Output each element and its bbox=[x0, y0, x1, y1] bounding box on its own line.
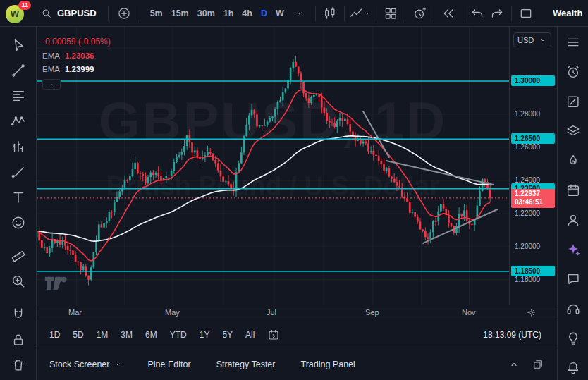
range-1Y[interactable]: 1Y bbox=[194, 327, 216, 343]
tab-strategy-tester[interactable]: Strategy Tester bbox=[216, 360, 276, 369]
price-axis[interactable]: USD 1.280001.260001.240001.220001.200001… bbox=[509, 27, 557, 305]
range-1M[interactable]: 1M bbox=[91, 327, 114, 343]
interval-4h[interactable]: 4h bbox=[238, 4, 257, 23]
panel-bulb[interactable] bbox=[563, 329, 584, 348]
interval-W[interactable]: W bbox=[271, 4, 288, 23]
tool-brush[interactable] bbox=[6, 162, 30, 182]
app-logo[interactable]: W 11 bbox=[6, 3, 27, 24]
chart-style-button[interactable] bbox=[349, 4, 372, 23]
lock-icon bbox=[11, 332, 26, 348]
undo-button[interactable] bbox=[467, 4, 487, 23]
toolbar-separator bbox=[405, 6, 405, 21]
interval-1h[interactable]: 1h bbox=[219, 4, 238, 23]
range-5D[interactable]: 5D bbox=[67, 327, 89, 343]
profile-icon bbox=[565, 212, 581, 228]
range-6M[interactable]: 6M bbox=[140, 327, 163, 343]
tool-measure[interactable] bbox=[6, 246, 30, 266]
panel-layers[interactable] bbox=[563, 121, 584, 141]
interval-30m[interactable]: 30m bbox=[193, 4, 219, 23]
level-price-label: 1.18500 bbox=[511, 266, 555, 276]
tool-xabcd-pattern[interactable] bbox=[6, 111, 30, 131]
tool-trend-line[interactable] bbox=[6, 61, 30, 80]
price-label: 1.22000 bbox=[515, 209, 540, 217]
indicator-row[interactable]: EMA1.23999 bbox=[42, 65, 111, 73]
range-YTD[interactable]: YTD bbox=[164, 327, 192, 343]
compare-add-button[interactable] bbox=[114, 4, 134, 23]
indicator-row[interactable]: EMA1.23036 bbox=[42, 51, 111, 60]
panel-profile[interactable] bbox=[563, 210, 584, 230]
tool-bars-pattern[interactable] bbox=[6, 137, 30, 157]
candles-icon bbox=[323, 6, 337, 20]
interval-15m[interactable]: 15m bbox=[167, 4, 193, 23]
time-label: Jul bbox=[267, 308, 276, 317]
go-to-date-button[interactable] bbox=[267, 329, 280, 341]
tab-trading-panel[interactable]: Trading Panel bbox=[300, 360, 355, 369]
bottom-panel-bar: Stock ScreenerPine EditorStrategy Tester… bbox=[37, 348, 557, 380]
time-axis[interactable]: MarMayJulSepNov bbox=[37, 305, 557, 321]
zoom-icon bbox=[11, 274, 26, 289]
chart-area[interactable]: GBPUSD, 1D British Pound / U.S. Dollar -… bbox=[37, 27, 557, 321]
panel-calendar[interactable] bbox=[563, 180, 584, 200]
time-label: Mar bbox=[68, 308, 82, 317]
tab-stock-screener[interactable]: Stock Screener bbox=[49, 360, 122, 369]
redo-button[interactable] bbox=[487, 4, 507, 23]
main-area: GBPUSD, 1D British Pound / U.S. Dollar -… bbox=[37, 27, 557, 380]
current-price-label: 1.2293703:46:51 bbox=[511, 189, 555, 208]
currency-select[interactable]: USD bbox=[513, 32, 551, 47]
tool-fib-retracement[interactable] bbox=[6, 86, 30, 106]
tab-label: Strategy Tester bbox=[216, 360, 276, 369]
legend-collapse-button[interactable] bbox=[42, 79, 61, 90]
chevron-down-icon bbox=[363, 9, 372, 18]
panel-notes[interactable] bbox=[563, 92, 584, 111]
alert-clock-button[interactable] bbox=[410, 4, 429, 23]
replay-button[interactable] bbox=[439, 4, 458, 23]
panel-menu[interactable] bbox=[563, 32, 584, 52]
clock-utc[interactable]: 18:13:09 (UTC) bbox=[483, 330, 550, 340]
fullscreen-button[interactable] bbox=[516, 4, 536, 23]
axis-settings-button[interactable] bbox=[526, 307, 537, 318]
chart-style-icon bbox=[349, 6, 363, 20]
interval-5m[interactable]: 5m bbox=[146, 4, 167, 23]
current-price-value: 1.22937 bbox=[515, 190, 555, 198]
tool-cursor[interactable] bbox=[6, 35, 30, 55]
interval-D[interactable]: D bbox=[257, 4, 271, 23]
price-change-text: -0.00059 (-0.05%) bbox=[42, 37, 111, 47]
toolbar-separator bbox=[108, 6, 109, 21]
tool-zoom[interactable] bbox=[6, 271, 30, 291]
tradingview-logo-icon[interactable] bbox=[44, 276, 69, 290]
range-All[interactable]: All bbox=[240, 327, 260, 343]
symbol-search-button[interactable]: GBPUSD bbox=[35, 5, 102, 22]
layout-grid-button[interactable] bbox=[381, 4, 400, 23]
toolbar-separator bbox=[376, 6, 376, 21]
panel-alarm-clock[interactable] bbox=[563, 62, 584, 82]
tool-emoji[interactable] bbox=[6, 213, 30, 233]
range-1D[interactable]: 1D bbox=[44, 327, 66, 343]
xabcd-pattern-icon bbox=[11, 114, 26, 129]
restore-panel-button[interactable] bbox=[532, 358, 544, 371]
candles-button[interactable] bbox=[320, 4, 340, 23]
panel-sparkle[interactable] bbox=[563, 240, 584, 259]
toolbar-separator bbox=[315, 6, 316, 21]
indicator-value: 1.23036 bbox=[65, 51, 94, 60]
tool-lock[interactable] bbox=[6, 330, 30, 350]
tab-pine-editor[interactable]: Pine Editor bbox=[147, 360, 190, 369]
panel-bell[interactable] bbox=[563, 358, 584, 378]
intervals-dropdown-button[interactable] bbox=[290, 4, 310, 23]
range-3M[interactable]: 3M bbox=[115, 327, 138, 343]
right-panel-toolbar bbox=[557, 27, 588, 380]
tool-trash[interactable] bbox=[6, 355, 30, 375]
redo-icon bbox=[490, 6, 504, 20]
headset-icon bbox=[565, 301, 581, 317]
trend-line-icon bbox=[11, 63, 26, 78]
alarm-clock-icon bbox=[565, 64, 581, 80]
bell-icon bbox=[565, 360, 581, 376]
tool-magnet[interactable] bbox=[6, 305, 30, 324]
time-label: May bbox=[165, 308, 180, 317]
expand-panel-button[interactable] bbox=[508, 358, 520, 371]
tool-text[interactable] bbox=[6, 188, 30, 207]
range-5Y[interactable]: 5Y bbox=[216, 327, 238, 343]
panel-flame[interactable] bbox=[563, 151, 584, 171]
toolbar-separator bbox=[140, 6, 140, 21]
panel-chat[interactable] bbox=[563, 269, 584, 289]
panel-headset[interactable] bbox=[563, 299, 584, 319]
